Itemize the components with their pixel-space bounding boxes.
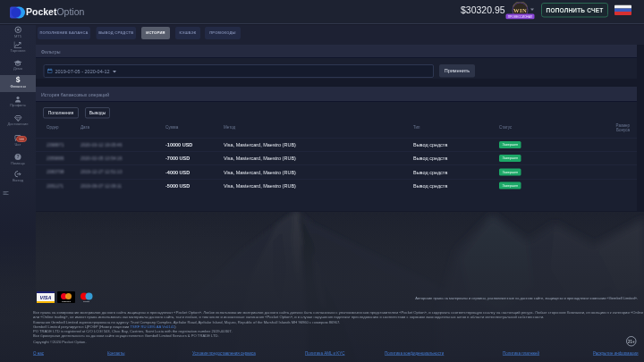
svg-text:WIN: WIN [513,7,527,13]
svg-text:ПРОФЕССИОНАЛ: ПРОФЕССИОНАЛ [508,15,532,19]
svg-text:?: ? [16,154,19,159]
